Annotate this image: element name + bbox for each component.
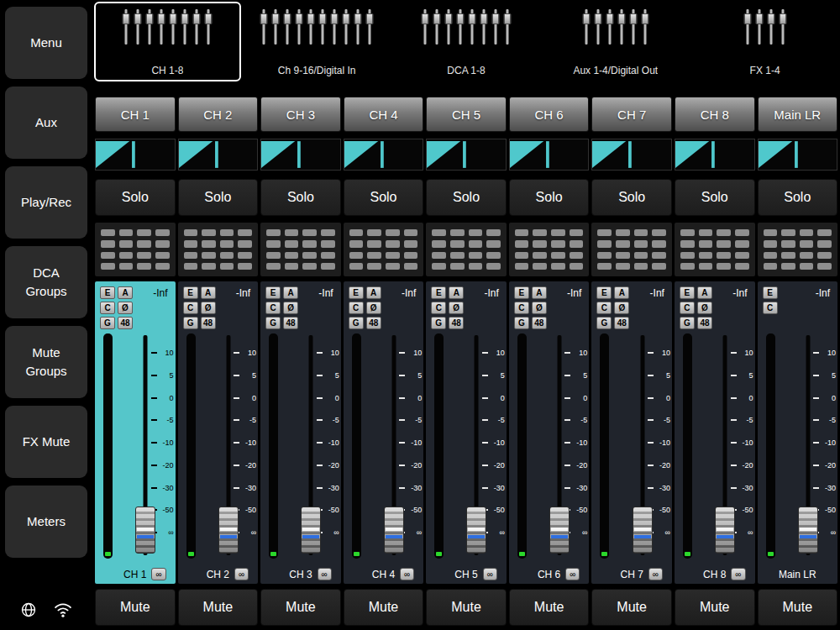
chip-48[interactable]: 48 [697,317,712,329]
channel-select-button[interactable]: CH 6 [509,97,590,132]
solo-button[interactable]: Solo [344,179,424,216]
chip-e[interactable]: E [514,286,529,299]
chip-a[interactable]: A [366,286,381,299]
chip-a[interactable]: A [118,286,133,299]
chip-c[interactable]: C [349,302,364,314]
solo-button[interactable]: Solo [758,179,838,216]
fader-handle[interactable] [633,507,653,554]
tab-aux-1-4-digital-out[interactable]: Aux 1-4/Digital Out [542,2,689,81]
fader-handle[interactable] [301,507,321,554]
chip-phase[interactable]: Ø [449,302,464,314]
chip-c[interactable]: C [100,302,115,314]
eq-curve-thumbnail[interactable] [260,139,341,171]
chip-c[interactable]: C [265,302,281,314]
solo-button[interactable]: Solo [509,179,590,216]
mute-button[interactable]: Mute [344,589,424,626]
mute-button[interactable]: Mute [260,589,341,626]
mute-button[interactable]: Mute [591,589,672,626]
sidebar-item-play-rec[interactable]: Play/Rec [5,166,87,239]
chip-g[interactable]: G [265,317,281,329]
chip-c[interactable]: C [431,302,446,314]
solo-button[interactable]: Solo [591,179,672,216]
channel-select-button[interactable]: CH 3 [260,97,341,132]
fader-handle[interactable] [384,507,404,554]
chip-e[interactable]: E [183,286,198,299]
chip-a[interactable]: A [449,286,464,299]
channel-select-button[interactable]: CH 2 [178,97,259,132]
solo-button[interactable]: Solo [260,179,341,216]
mute-button[interactable]: Mute [426,589,507,626]
solo-button[interactable]: Solo [426,179,507,216]
chip-phase[interactable]: Ø [366,302,381,314]
tab-fx-1-4[interactable]: FX 1-4 [691,2,838,81]
chip-phase[interactable]: Ø [614,302,629,314]
chip-g[interactable]: G [349,317,364,329]
globe-icon[interactable] [20,601,37,618]
chip-a[interactable]: A [697,286,712,299]
chip-48[interactable]: 48 [283,317,298,329]
sidebar-item-dca-groups[interactable]: DCA Groups [5,246,87,318]
sidebar-item-fx-mute[interactable]: FX Mute [5,406,87,478]
channel-select-button[interactable]: CH 4 [344,97,424,132]
chip-c[interactable]: C [183,302,198,314]
eq-curve-thumbnail[interactable] [509,139,590,171]
mute-button[interactable]: Mute [95,589,176,626]
chip-g[interactable]: G [680,317,695,329]
chip-e[interactable]: E [680,286,695,299]
sidebar-item-meters[interactable]: Meters [5,486,87,558]
chip-g[interactable]: G [431,317,446,329]
chip-g[interactable]: G [100,317,115,329]
mute-button[interactable]: Mute [178,589,259,626]
chip-a[interactable]: A [614,286,629,299]
chip-c[interactable]: C [596,302,612,314]
fader-handle[interactable] [549,507,570,554]
chip-phase[interactable]: Ø [283,302,298,314]
chip-c[interactable]: C [514,302,529,314]
eq-curve-thumbnail[interactable] [426,139,507,171]
chip-g[interactable]: G [183,317,198,329]
fader-handle[interactable] [135,507,155,554]
eq-curve-thumbnail[interactable] [675,139,755,171]
chip-e[interactable]: E [265,286,281,299]
chip-g[interactable]: G [596,317,612,329]
chip-a[interactable]: A [283,286,298,299]
chip-e[interactable]: E [100,286,115,299]
chip-phase[interactable]: Ø [532,302,547,314]
chip-48[interactable]: 48 [201,317,216,329]
solo-button[interactable]: Solo [675,179,755,216]
tab-ch-9-16-digital-in[interactable]: Ch 9-16/Digital In [244,2,391,81]
solo-button[interactable]: Solo [95,179,176,216]
chip-48[interactable]: 48 [532,317,547,329]
chip-phase[interactable]: Ø [697,302,712,314]
eq-curve-thumbnail[interactable] [344,139,424,171]
chip-48[interactable]: 48 [449,317,464,329]
chip-g[interactable]: G [514,317,529,329]
chip-a[interactable]: A [532,286,547,299]
eq-curve-thumbnail[interactable] [178,139,259,171]
eq-curve-thumbnail[interactable] [758,139,838,171]
solo-button[interactable]: Solo [178,179,259,216]
mute-button[interactable]: Mute [509,589,590,626]
fader-handle[interactable] [466,507,486,554]
eq-curve-thumbnail[interactable] [95,139,176,171]
mute-button[interactable]: Mute [758,589,838,626]
chip-48[interactable]: 48 [118,317,133,329]
fader-handle[interactable] [218,507,239,554]
sidebar-item-mute-groups[interactable]: Mute Groups [5,326,87,398]
chip-e[interactable]: E [431,286,446,299]
chip-a[interactable]: A [201,286,216,299]
chip-c[interactable]: C [763,302,778,314]
channel-select-button[interactable]: Main LR [758,97,838,132]
chip-phase[interactable]: Ø [201,302,216,314]
channel-select-button[interactable]: CH 5 [426,97,507,132]
sidebar-item-menu[interactable]: Menu [5,7,87,79]
chip-48[interactable]: 48 [366,317,381,329]
chip-c[interactable]: C [680,302,695,314]
channel-select-button[interactable]: CH 1 [95,97,176,132]
chip-e[interactable]: E [763,286,778,299]
fader-handle[interactable] [715,507,735,554]
tab-ch-1-8[interactable]: CH 1-8 [94,2,241,81]
chip-48[interactable]: 48 [614,317,629,329]
channel-select-button[interactable]: CH 7 [591,97,672,132]
chip-phase[interactable]: Ø [118,302,133,314]
